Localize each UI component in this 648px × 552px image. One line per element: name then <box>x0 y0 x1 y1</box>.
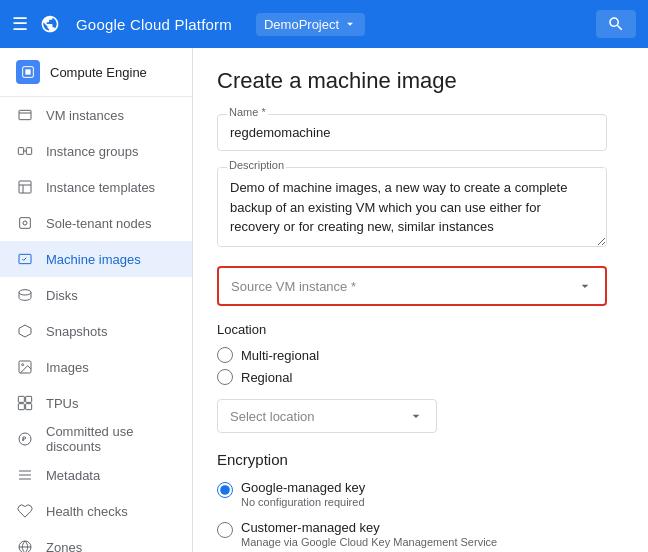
sidebar-label-vm-instances: VM instances <box>46 108 124 123</box>
source-vm-dropdown-icon <box>577 278 593 294</box>
svg-rect-17 <box>26 396 32 402</box>
sidebar-label-machine-images: Machine images <box>46 252 141 267</box>
create-machine-image-form: Name * Description Demo of machine image… <box>217 114 624 552</box>
select-location-dropdown[interactable]: Select location <box>217 399 437 433</box>
svg-rect-10 <box>20 218 31 229</box>
google-managed-option[interactable]: Google-managed key No configuration requ… <box>217 480 624 508</box>
google-managed-content: Google-managed key No configuration requ… <box>241 480 365 508</box>
sidebar-item-sole-tenant[interactable]: Sole-tenant nodes <box>0 205 192 241</box>
sidebar-label-sole-tenant: Sole-tenant nodes <box>46 216 152 231</box>
description-label: Description <box>227 159 286 171</box>
vm-instances-icon <box>16 106 34 124</box>
page-title: Create a machine image <box>217 68 624 94</box>
metadata-icon <box>16 466 34 484</box>
top-nav: ☰ Google Cloud Platform DemoProject <box>0 0 648 48</box>
multi-regional-radio[interactable] <box>217 347 233 363</box>
svg-rect-1 <box>25 69 30 74</box>
description-field: Description Demo of machine images, a ne… <box>217 167 624 250</box>
sidebar-item-snapshots[interactable]: Snapshots <box>0 313 192 349</box>
sidebar-label-metadata: Metadata <box>46 468 100 483</box>
sidebar-label-images: Images <box>46 360 89 375</box>
customer-managed-sub: Manage via Google Cloud Key Management S… <box>241 536 497 548</box>
sidebar-item-disks[interactable]: Disks <box>0 277 192 313</box>
committed-discounts-icon <box>16 430 34 448</box>
customer-managed-radio[interactable] <box>217 522 233 538</box>
select-location-dropdown-icon <box>408 408 424 424</box>
sidebar-item-images[interactable]: Images <box>0 349 192 385</box>
google-cloud-logo-icon <box>40 14 60 34</box>
svg-point-11 <box>23 221 27 225</box>
app-title: Google Cloud Platform <box>76 16 232 33</box>
sidebar-item-zones[interactable]: Zones <box>0 529 192 552</box>
disks-icon <box>16 286 34 304</box>
sidebar: Compute Engine VM instances Instance gro… <box>0 48 193 552</box>
instance-groups-icon <box>16 142 34 160</box>
regional-option[interactable]: Regional <box>217 369 624 385</box>
sidebar-item-instance-groups[interactable]: Instance groups <box>0 133 192 169</box>
sidebar-label-zones: Zones <box>46 540 82 553</box>
multi-regional-option[interactable]: Multi-regional <box>217 347 624 363</box>
search-icon <box>607 15 625 33</box>
machine-images-icon <box>16 250 34 268</box>
sidebar-label-tpus: TPUs <box>46 396 79 411</box>
sidebar-label-snapshots: Snapshots <box>46 324 107 339</box>
images-icon <box>16 358 34 376</box>
sidebar-label-health-checks: Health checks <box>46 504 128 519</box>
source-vm-dropdown[interactable]: Source VM instance * <box>217 266 607 306</box>
sidebar-label-disks: Disks <box>46 288 78 303</box>
customer-managed-content: Customer-managed key Manage via Google C… <box>241 520 497 548</box>
menu-icon[interactable]: ☰ <box>12 13 28 35</box>
name-field: Name * <box>217 114 624 151</box>
project-name: DemoProject <box>264 17 339 32</box>
svg-rect-2 <box>19 110 31 119</box>
project-dropdown-icon <box>343 17 357 31</box>
sidebar-item-machine-images[interactable]: Machine images <box>0 241 192 277</box>
multi-regional-label: Multi-regional <box>241 348 319 363</box>
google-managed-radio[interactable] <box>217 482 233 498</box>
select-location-placeholder: Select location <box>230 409 315 424</box>
location-radio-group: Multi-regional Regional <box>217 347 624 385</box>
description-textarea[interactable]: Demo of machine images, a new way to cre… <box>217 167 607 247</box>
snapshots-icon <box>16 322 34 340</box>
sidebar-label-instance-templates: Instance templates <box>46 180 155 195</box>
svg-rect-7 <box>19 181 31 193</box>
sidebar-item-instance-templates[interactable]: Instance templates <box>0 169 192 205</box>
regional-radio[interactable] <box>217 369 233 385</box>
svg-point-15 <box>22 364 24 366</box>
customer-managed-label: Customer-managed key <box>241 520 497 535</box>
search-button[interactable] <box>596 10 636 38</box>
svg-rect-4 <box>18 148 23 155</box>
sidebar-item-tpus[interactable]: TPUs <box>0 385 192 421</box>
project-selector[interactable]: DemoProject <box>256 13 365 36</box>
name-label: Name * <box>227 106 268 118</box>
compute-engine-icon <box>16 60 40 84</box>
name-input[interactable] <box>217 114 607 151</box>
sidebar-header: Compute Engine <box>0 48 192 97</box>
sidebar-item-metadata[interactable]: Metadata <box>0 457 192 493</box>
sidebar-product-name: Compute Engine <box>50 65 147 80</box>
sidebar-label-committed-discounts: Committed use discounts <box>46 424 176 454</box>
google-managed-sub: No configuration required <box>241 496 365 508</box>
sidebar-item-committed-discounts[interactable]: Committed use discounts <box>0 421 192 457</box>
sole-tenant-icon <box>16 214 34 232</box>
health-checks-icon <box>16 502 34 520</box>
app-layout: Compute Engine VM instances Instance gro… <box>0 48 648 552</box>
svg-rect-19 <box>26 404 32 410</box>
sidebar-label-instance-groups: Instance groups <box>46 144 139 159</box>
tpus-icon <box>16 394 34 412</box>
svg-rect-18 <box>18 404 24 410</box>
instance-templates-icon <box>16 178 34 196</box>
regional-label: Regional <box>241 370 292 385</box>
svg-point-13 <box>19 290 31 295</box>
sidebar-item-vm-instances[interactable]: VM instances <box>0 97 192 133</box>
location-section-label: Location <box>217 322 624 337</box>
customer-managed-option[interactable]: Customer-managed key Manage via Google C… <box>217 520 624 548</box>
google-managed-label: Google-managed key <box>241 480 365 495</box>
encryption-title: Encryption <box>217 451 624 468</box>
main-content: Create a machine image Name * Descriptio… <box>193 48 648 552</box>
sidebar-item-health-checks[interactable]: Health checks <box>0 493 192 529</box>
svg-rect-5 <box>26 148 31 155</box>
svg-rect-16 <box>18 396 24 402</box>
zones-icon <box>16 538 34 552</box>
source-vm-label: Source VM instance * <box>231 279 356 294</box>
